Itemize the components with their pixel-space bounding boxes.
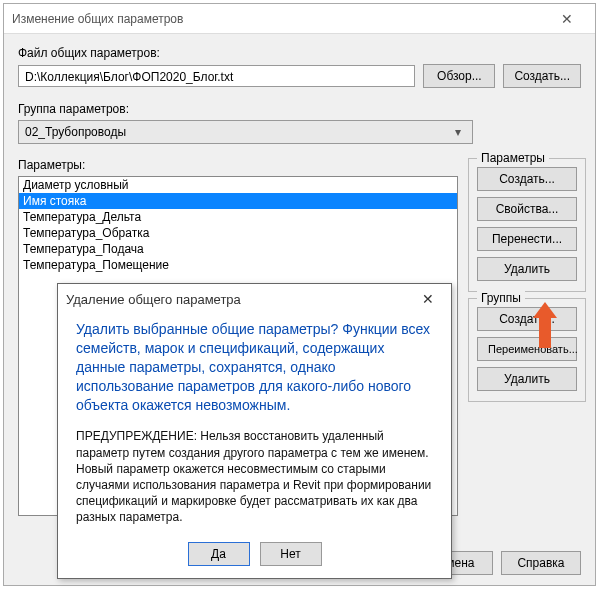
new-param-button[interactable]: Создать... [477,167,577,191]
delete-param-button[interactable]: Удалить [477,257,577,281]
dialog-body: Удалить выбранные общие параметры? Функц… [58,314,451,534]
param-item[interactable]: Диаметр условный [19,177,457,193]
move-param-button[interactable]: Перенести... [477,227,577,251]
group-selected-text: 02_Трубопроводы [25,125,450,139]
browse-button[interactable]: Обзор... [423,64,495,88]
titlebar: Изменение общих параметров ✕ [4,4,595,34]
dialog-footer: Да Нет [58,534,451,578]
dialog-titlebar: Удаление общего параметра ✕ [58,284,451,314]
groups-legend: Группы [477,291,525,305]
param-item[interactable]: Температура_Подача [19,241,457,257]
help-button[interactable]: Справка [501,551,581,575]
dialog-title: Удаление общего параметра [66,292,413,307]
dialog-close-icon[interactable]: ✕ [413,286,443,312]
confirm-dialog: Удаление общего параметра ✕ Удалить выбр… [57,283,452,579]
props-param-button[interactable]: Свойства... [477,197,577,221]
file-label: Файл общих параметров: [18,46,581,60]
group-parameters: Параметры Создать... Свойства... Перенес… [468,158,586,292]
dialog-question: Удалить выбранные общие параметры? Функц… [76,320,433,414]
group-select[interactable]: 02_Трубопроводы ▾ [18,120,473,144]
group-select-wrap: 02_Трубопроводы ▾ [18,120,581,144]
window-title: Изменение общих параметров [12,12,547,26]
dialog-warning: ПРЕДУПРЕЖДЕНИЕ: Нельзя восстановить удал… [76,428,433,525]
file-row: D:\Коллекция\Блог\ФОП2020_Блог.txt Обзор… [18,64,581,88]
yes-button[interactable]: Да [188,542,250,566]
param-item[interactable]: Температура_Дельта [19,209,457,225]
param-item[interactable]: Температура_Обратка [19,225,457,241]
params-legend: Параметры [477,151,549,165]
chevron-down-icon: ▾ [450,125,466,139]
group-label: Группа параметров: [18,102,581,116]
create-file-button[interactable]: Создать... [503,64,581,88]
param-item[interactable]: Температура_Помещение [19,257,457,273]
param-item[interactable]: Имя стояка [19,193,457,209]
right-column: Параметры Создать... Свойства... Перенес… [468,158,586,541]
delete-group-button[interactable]: Удалить [477,367,577,391]
no-button[interactable]: Нет [260,542,322,566]
params-label: Параметры: [18,158,458,172]
close-icon[interactable]: ✕ [547,5,587,33]
file-path-input[interactable]: D:\Коллекция\Блог\ФОП2020_Блог.txt [18,65,415,87]
new-group-button[interactable]: Создать... [477,307,577,331]
rename-group-button[interactable]: Переименовать... [477,337,577,361]
group-groups: Группы Создать... Переименовать... Удали… [468,298,586,402]
